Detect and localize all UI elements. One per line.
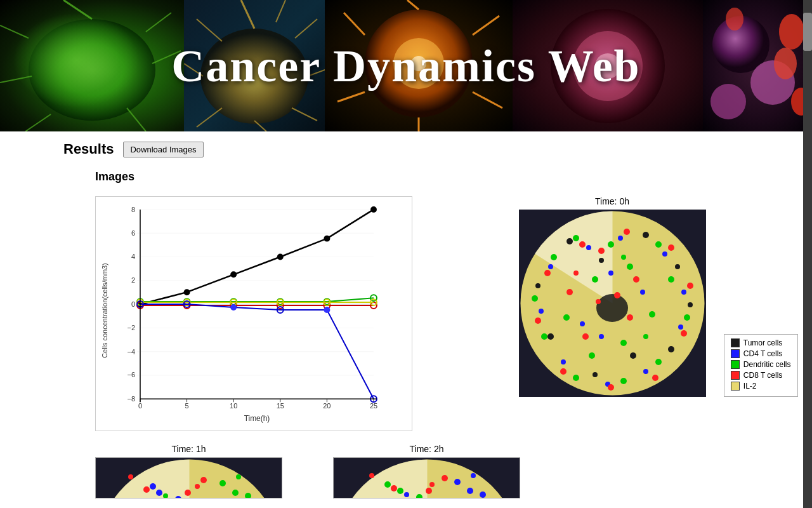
svg-point-203 bbox=[480, 491, 486, 498]
svg-line-2 bbox=[0, 25, 29, 38]
header-title: Cancer Dynamics Web bbox=[171, 39, 640, 92]
svg-point-180 bbox=[185, 490, 191, 496]
header-cell-5 bbox=[703, 0, 812, 131]
legend-cd4-color bbox=[731, 349, 740, 358]
svg-point-76 bbox=[324, 236, 330, 242]
svg-point-140 bbox=[532, 295, 538, 302]
svg-text:0: 0 bbox=[138, 402, 142, 410]
legend-il2: IL-2 bbox=[731, 382, 791, 391]
chart-svg: Cells concentration(cells/mm3) Time(h) 8… bbox=[96, 197, 412, 431]
legend-tumor-label: Tumor cells bbox=[743, 338, 783, 347]
svg-point-161 bbox=[582, 333, 589, 340]
download-images-button[interactable]: Download Images bbox=[123, 142, 203, 157]
svg-text:−4: −4 bbox=[128, 348, 135, 356]
svg-point-154 bbox=[608, 384, 614, 391]
svg-line-1 bbox=[63, 0, 92, 19]
svg-point-125 bbox=[561, 359, 566, 364]
svg-point-114 bbox=[547, 333, 554, 340]
svg-point-32 bbox=[710, 84, 746, 119]
svg-point-164 bbox=[596, 299, 601, 304]
svg-line-12 bbox=[197, 108, 222, 127]
legend-il2-color bbox=[731, 382, 740, 391]
svg-line-4 bbox=[25, 114, 51, 131]
svg-point-183 bbox=[200, 477, 207, 483]
content-area: Results Download Images Images Cells con… bbox=[0, 131, 812, 508]
svg-text:2: 2 bbox=[131, 276, 135, 284]
svg-point-120 bbox=[662, 251, 667, 257]
legend-dendritic-label: Dendritic cells bbox=[743, 360, 791, 369]
images-section: Images Cells concentration(cells/mm3) Ti… bbox=[95, 170, 761, 498]
svg-line-7 bbox=[146, 13, 171, 32]
legend-cd8: CD8 T cells bbox=[731, 371, 791, 380]
svg-line-20 bbox=[407, 0, 419, 10]
svg-line-10 bbox=[197, 19, 222, 41]
sim-t2-svg bbox=[334, 458, 520, 498]
svg-point-147 bbox=[563, 314, 570, 321]
svg-point-187 bbox=[236, 474, 241, 479]
svg-text:4: 4 bbox=[131, 253, 135, 260]
svg-point-168 bbox=[621, 255, 626, 260]
svg-point-155 bbox=[560, 368, 566, 375]
svg-point-131 bbox=[573, 235, 579, 241]
svg-text:−8: −8 bbox=[128, 395, 135, 403]
svg-point-132 bbox=[608, 241, 614, 248]
svg-point-100 bbox=[324, 307, 330, 313]
svg-text:8: 8 bbox=[131, 206, 135, 213]
header-cell-1 bbox=[0, 0, 184, 131]
svg-line-21 bbox=[344, 13, 365, 35]
svg-point-74 bbox=[230, 271, 237, 277]
svg-point-0 bbox=[29, 19, 155, 121]
svg-point-197 bbox=[429, 482, 435, 487]
top-images-row: Cells concentration(cells/mm3) Time(h) 8… bbox=[95, 196, 761, 431]
svg-point-134 bbox=[668, 276, 674, 283]
svg-point-130 bbox=[580, 321, 585, 326]
svg-line-25 bbox=[473, 16, 499, 35]
sim-t0-label: Time: 0h bbox=[595, 196, 629, 206]
svg-point-141 bbox=[551, 254, 557, 260]
sim-t0-svg bbox=[519, 210, 706, 397]
page-scrollbar-thumb[interactable] bbox=[803, 13, 812, 51]
svg-point-206 bbox=[471, 473, 476, 478]
svg-point-160 bbox=[627, 314, 633, 321]
results-row: Results Download Images bbox=[63, 141, 761, 157]
svg-line-17 bbox=[276, 0, 285, 22]
svg-point-137 bbox=[620, 378, 627, 384]
legend-cd8-label: CD8 T cells bbox=[743, 371, 783, 380]
svg-point-112 bbox=[668, 346, 674, 352]
svg-point-192 bbox=[391, 485, 397, 491]
svg-point-98 bbox=[230, 304, 237, 311]
svg-point-138 bbox=[573, 375, 579, 381]
legend-il2-label: IL-2 bbox=[743, 382, 757, 391]
legend-cd4: CD4 T cells bbox=[731, 349, 791, 358]
svg-rect-37 bbox=[96, 197, 411, 431]
svg-point-177 bbox=[163, 493, 168, 498]
svg-point-126 bbox=[539, 309, 544, 314]
svg-text:Cells concentration(cells/mm3): Cells concentration(cells/mm3) bbox=[101, 263, 108, 358]
svg-point-113 bbox=[593, 372, 598, 377]
svg-point-166 bbox=[599, 334, 604, 339]
svg-point-150 bbox=[668, 244, 674, 251]
page-scrollbar-track[interactable] bbox=[803, 0, 812, 508]
svg-point-162 bbox=[566, 289, 573, 295]
svg-point-158 bbox=[598, 248, 605, 254]
svg-point-148 bbox=[579, 241, 586, 248]
svg-point-178 bbox=[195, 484, 200, 489]
sim-t1-svg bbox=[96, 458, 282, 498]
legend-cd8-color bbox=[731, 371, 740, 380]
line-chart: Cells concentration(cells/mm3) Time(h) 8… bbox=[95, 196, 412, 431]
svg-point-108 bbox=[566, 238, 573, 244]
svg-point-139 bbox=[541, 333, 547, 340]
svg-point-136 bbox=[655, 359, 662, 365]
legend-tumor-color bbox=[731, 338, 740, 347]
svg-line-5 bbox=[127, 108, 146, 131]
svg-point-157 bbox=[544, 270, 551, 276]
svg-point-200 bbox=[467, 488, 473, 494]
svg-point-118 bbox=[586, 245, 591, 250]
svg-point-73 bbox=[184, 289, 190, 295]
legend-box: Tumor cells CD4 T cells Dendritic cells bbox=[724, 334, 798, 397]
sim-t0-canvas bbox=[519, 210, 706, 397]
svg-point-199 bbox=[426, 488, 432, 494]
svg-point-159 bbox=[633, 276, 639, 283]
svg-point-198 bbox=[384, 481, 391, 488]
results-title: Results bbox=[63, 141, 114, 157]
